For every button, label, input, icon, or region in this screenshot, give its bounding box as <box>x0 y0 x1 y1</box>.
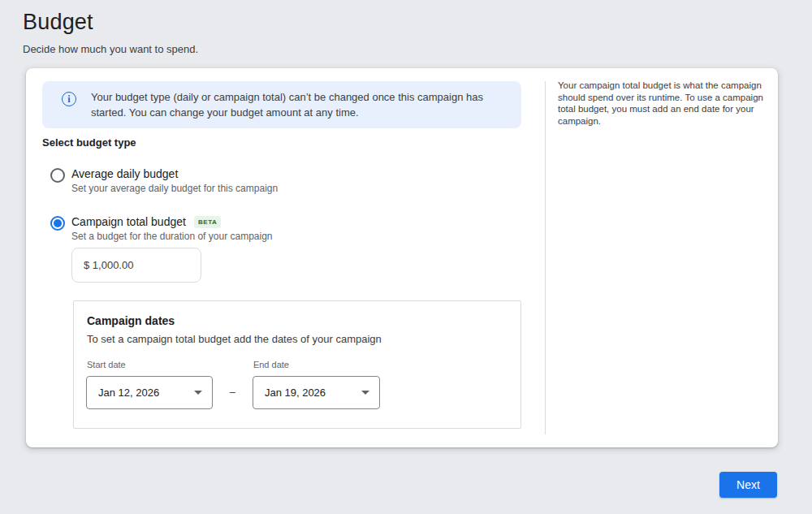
end-date-select[interactable]: Jan 19, 2026 <box>253 376 380 409</box>
page-header: Budget Decide how much you want to spend… <box>23 10 198 55</box>
help-panel-text: Your campaign total budget is what the c… <box>558 80 774 127</box>
info-banner-text: Your budget type (daily or campaign tota… <box>91 89 505 120</box>
campaign-dates-card: Campaign dates To set a campaign total b… <box>73 300 521 429</box>
start-date-value: Jan 12, 2026 <box>98 387 194 399</box>
radio-option-label: Average daily budget <box>71 167 178 181</box>
start-date-field: Start date Jan 12, 2026 <box>86 360 213 409</box>
radio-option-campaign-total-budget[interactable]: Campaign total budget BETA Set a budget … <box>50 215 273 243</box>
radio-option-label: Campaign total budget <box>71 215 186 229</box>
start-date-label: Start date <box>87 360 213 369</box>
budget-type-heading: Select budget type <box>42 136 136 149</box>
radio-option-description: Set your average daily budget for this c… <box>71 183 278 195</box>
end-date-value: Jan 19, 2026 <box>265 387 361 399</box>
end-date-label: End date <box>253 360 380 369</box>
end-date-field: End date Jan 19, 2026 <box>253 360 380 409</box>
radio-option-text: Campaign total budget BETA Set a budget … <box>71 215 273 243</box>
campaign-dates-description: To set a campaign total budget add the d… <box>87 333 508 345</box>
start-date-select[interactable]: Jan 12, 2026 <box>86 376 213 409</box>
radio-dot <box>54 219 62 227</box>
help-panel: Your campaign total budget is what the c… <box>558 80 774 127</box>
beta-badge: BETA <box>194 216 222 228</box>
help-panel-divider <box>545 81 546 434</box>
radio-selected-icon[interactable] <box>50 216 65 231</box>
next-button[interactable]: Next <box>719 472 777 498</box>
radio-option-description: Set a budget for the duration of your ca… <box>71 231 273 243</box>
page-subtitle: Decide how much you want to spend. <box>23 43 198 55</box>
dropdown-arrow-icon <box>194 391 202 395</box>
page-title: Budget <box>23 10 198 35</box>
info-icon: i <box>62 92 76 106</box>
radio-option-text: Average daily budget Set your average da… <box>71 167 278 195</box>
budget-amount-input[interactable] <box>71 248 201 283</box>
campaign-dates-fields: Start date Jan 12, 2026 – End date Jan 1… <box>86 360 508 409</box>
campaign-dates-heading: Campaign dates <box>87 314 508 327</box>
info-banner: i Your budget type (daily or campaign to… <box>42 81 521 128</box>
date-range-separator: – <box>216 386 248 398</box>
dropdown-arrow-icon <box>361 391 369 395</box>
budget-card: i Your budget type (daily or campaign to… <box>26 68 778 447</box>
radio-unselected-icon[interactable] <box>50 168 65 183</box>
radio-option-average-daily-budget[interactable]: Average daily budget Set your average da… <box>50 167 278 195</box>
